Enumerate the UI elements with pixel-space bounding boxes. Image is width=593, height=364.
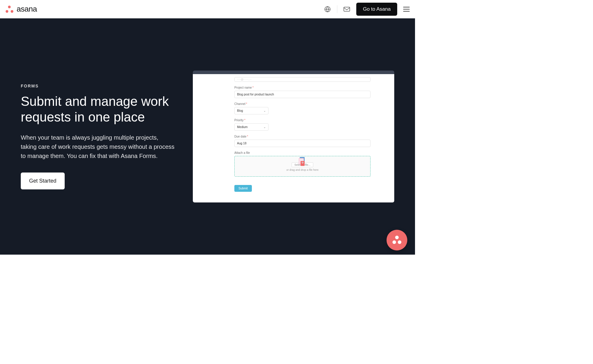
channel-value: Blog bbox=[237, 109, 243, 112]
required-marker: * bbox=[244, 119, 245, 122]
globe-icon[interactable] bbox=[324, 6, 331, 13]
site-header: asana Go to Asana bbox=[0, 0, 415, 18]
get-started-button[interactable]: Get Started bbox=[21, 173, 65, 189]
chevron-down-icon: ⌄ bbox=[263, 109, 266, 112]
priority-select[interactable]: Medium ⌄ bbox=[234, 123, 268, 131]
project-name-input[interactable] bbox=[234, 91, 371, 98]
channel-select[interactable]: Blog ⌄ bbox=[234, 107, 268, 114]
hero-copy: FORMS Submit and manage work requests in… bbox=[21, 84, 175, 190]
priority-field: Priority * Medium ⌄ bbox=[234, 119, 371, 131]
due-date-input[interactable] bbox=[234, 140, 371, 147]
go-to-asana-button[interactable]: Go to Asana bbox=[356, 3, 397, 16]
form-preview-card: ·····@·······.··· Project name * Channel… bbox=[193, 71, 394, 202]
hero-eyebrow: FORMS bbox=[21, 84, 175, 88]
file-dropzone[interactable]: Select a file... or drag and drop a file… bbox=[234, 156, 371, 177]
chevron-down-icon: ⌄ bbox=[263, 125, 266, 129]
project-name-label: Project name bbox=[234, 86, 252, 89]
priority-value: Medium bbox=[237, 125, 248, 129]
file-drop-icon bbox=[298, 156, 307, 166]
chat-launcher-button[interactable] bbox=[387, 230, 407, 250]
svg-rect-1 bbox=[344, 7, 350, 11]
header-divider bbox=[337, 5, 337, 13]
required-marker: * bbox=[252, 86, 254, 89]
channel-field: Channel * Blog ⌄ bbox=[234, 102, 371, 114]
attach-file-field: Attach a file Select a file... or drag a… bbox=[234, 151, 371, 177]
email-field-truncated: ·····@·······.··· bbox=[234, 77, 371, 82]
project-name-field: Project name * bbox=[234, 86, 371, 98]
required-marker: * bbox=[247, 135, 248, 138]
channel-label: Channel bbox=[234, 102, 245, 106]
due-date-field: Due date * bbox=[234, 135, 371, 147]
asana-dots-icon bbox=[392, 236, 402, 245]
brand-logo[interactable]: asana bbox=[5, 4, 37, 14]
priority-label: Priority bbox=[234, 119, 244, 122]
header-actions: Go to Asana bbox=[324, 3, 410, 16]
hero-description: When your team is always juggling multip… bbox=[21, 133, 175, 161]
dropzone-hint: or drag and drop a file here bbox=[286, 168, 319, 171]
hero-title: Submit and manage work requests in one p… bbox=[21, 94, 175, 125]
menu-icon[interactable] bbox=[403, 7, 410, 12]
mail-icon[interactable] bbox=[343, 6, 350, 13]
asana-logo-icon bbox=[5, 5, 14, 13]
submit-button[interactable]: Submit bbox=[234, 185, 252, 192]
attach-label: Attach a file bbox=[234, 151, 250, 154]
due-date-label: Due date bbox=[234, 135, 247, 138]
hero-section: FORMS Submit and manage work requests in… bbox=[0, 18, 415, 255]
required-marker: * bbox=[246, 102, 247, 106]
brand-name: asana bbox=[17, 4, 37, 14]
